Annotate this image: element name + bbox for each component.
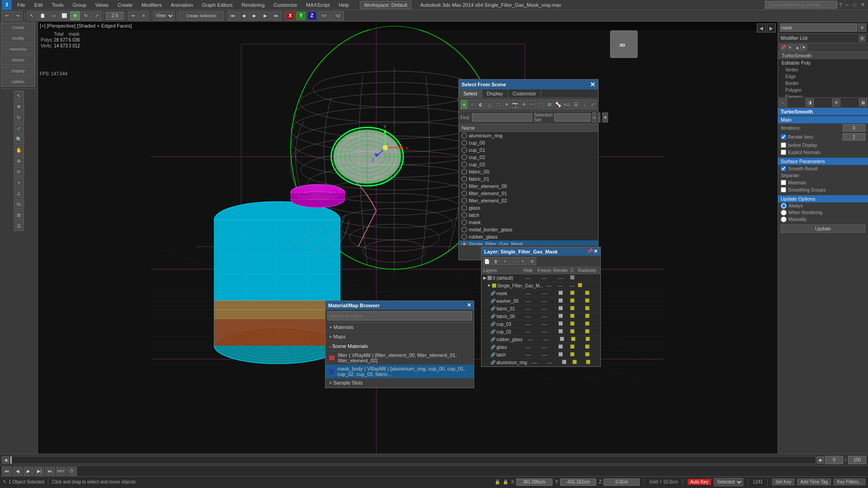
layers-list[interactable]: ▶ 0 (default) ---- ---- ---- (481, 274, 600, 366)
named-sel-tool[interactable]: ☰ (14, 221, 24, 231)
filter-all-button[interactable]: ALL (563, 99, 571, 109)
align-button[interactable]: ≡ (139, 11, 149, 20)
list-item[interactable]: latch (459, 211, 598, 219)
list-item[interactable]: cup_01 (459, 146, 598, 154)
filter-bones-button[interactable]: 🦴 (554, 99, 562, 109)
clear-search-button[interactable]: ✕ (858, 23, 866, 32)
smoothing-groups-checkbox[interactable] (781, 187, 786, 192)
select-tab[interactable]: Select (459, 89, 482, 98)
play-button[interactable]: ▶ (250, 11, 259, 20)
arc-rotate-tool[interactable]: ⟳ (14, 167, 24, 177)
render-iters-input[interactable] (843, 133, 865, 141)
layer-item[interactable]: 🔗 aluminium_ring ---- ---- (481, 359, 600, 366)
play-animation-button[interactable]: ▶ (24, 467, 33, 476)
always-radio[interactable] (781, 203, 787, 209)
modifier-sub-element[interactable]: Element (778, 94, 868, 98)
percent-input[interactable] (106, 12, 124, 20)
move-up-button[interactable]: ▲ (794, 44, 801, 51)
add-to-layer-button[interactable]: + (501, 257, 509, 265)
filter-helpers-button[interactable]: ✛ (520, 99, 528, 109)
workspace-selector[interactable]: Workspace: Default (360, 1, 411, 9)
viewport[interactable]: [+] [Perspective] [Shaded + Edged Faces]… (38, 22, 778, 454)
modifier-search-input[interactable] (780, 23, 857, 32)
list-item[interactable]: cup_00 (459, 139, 598, 146)
x-axis-button[interactable]: X (285, 11, 295, 20)
layer-item[interactable]: 🔗 mask ---- ---- (481, 290, 600, 297)
sel-all-button[interactable]: ● (460, 99, 468, 109)
percent-snap-tool[interactable]: % (14, 199, 24, 209)
filter-cameras-button[interactable]: 📷 (512, 99, 519, 109)
timeline-scroll-left[interactable]: ◀ (2, 456, 9, 464)
pan-tool[interactable]: ✋ (14, 145, 24, 155)
menu-graph-editors[interactable]: Graph Editors (200, 1, 235, 9)
key-filters-button[interactable]: Key Filters... (834, 479, 865, 485)
list-item[interactable]: filter_element_01 (459, 190, 598, 197)
keyword-search[interactable] (765, 1, 837, 9)
close-icon[interactable]: ✕ (859, 2, 866, 8)
maximize-icon[interactable]: □ (852, 2, 858, 8)
sel-set-expand-button[interactable]: ▼ (602, 113, 608, 122)
nav-left-button[interactable]: ◀ (757, 23, 766, 33)
smooth-result-checkbox[interactable] (781, 166, 786, 171)
list-icon-button[interactable]: ☰ (572, 99, 580, 109)
layer-item[interactable]: 🔗 cup_03 ---- ---- (481, 320, 600, 328)
mat-search-input[interactable] (327, 311, 472, 320)
filter-space-warps-button[interactable]: 〰 (529, 99, 537, 109)
create-selection-button[interactable]: Create Selection (179, 11, 224, 20)
list-item[interactable]: cup_02 (459, 154, 598, 161)
list-item[interactable]: glass (459, 204, 598, 211)
layer-item[interactable]: 🔗 washer_00 ---- ---- (481, 297, 600, 305)
jump-end-button[interactable]: ⏭ (271, 11, 281, 20)
menu-animation[interactable]: Animation (169, 1, 195, 9)
y-axis-button[interactable]: Y (296, 11, 306, 20)
when-rendering-radio[interactable] (781, 210, 787, 216)
list-item[interactable]: cup_03 (459, 161, 598, 168)
select-window-button[interactable]: ⬜ (59, 11, 69, 20)
menu-views[interactable]: Views (94, 1, 110, 9)
materials-checkbox[interactable] (781, 180, 786, 185)
move-tool[interactable]: ✥ (14, 102, 24, 112)
scale-button[interactable]: ⤢ (92, 11, 102, 20)
materials-section[interactable]: + Materials (326, 323, 474, 332)
customize-tab[interactable]: Customize (508, 89, 541, 98)
create-tab[interactable]: Create (1, 23, 35, 33)
find-input[interactable] (472, 113, 532, 122)
layer-item[interactable]: 🔗 glass ---- ---- (481, 343, 600, 351)
menu-edit[interactable]: Edit (33, 1, 45, 9)
menu-tools[interactable]: Tools (50, 1, 66, 9)
selection-set-input[interactable] (554, 113, 590, 122)
jump-to-end-button[interactable]: ⏭ (45, 467, 55, 476)
undo-button[interactable]: ↩ (2, 11, 12, 20)
sel-set-minus-button[interactable]: - (598, 113, 601, 122)
snap-tool[interactable]: ⌖ (14, 178, 24, 188)
layer-item[interactable]: 🔗 fabric_01 ---- ---- (481, 305, 600, 313)
menu-file[interactable]: File (15, 1, 27, 9)
modify-tab[interactable]: Modify (1, 33, 35, 43)
orbit-tool[interactable]: ⊕ (14, 156, 24, 166)
prev-frame-button[interactable]: ◀ (239, 11, 249, 20)
main-rollout-header[interactable]: Main (778, 116, 868, 123)
select-objects-button[interactable]: ↖ (519, 257, 527, 265)
manually-radio[interactable] (781, 216, 787, 222)
select-by-name-button[interactable]: 📋 (38, 11, 47, 20)
nav-right-button[interactable]: ▶ (767, 23, 776, 33)
filter-material-item[interactable]: filter ( VRayMtl ) [filter_element_00, f… (326, 351, 474, 365)
y-coord-input[interactable] (560, 479, 596, 486)
redo-button[interactable]: ↪ (13, 11, 23, 20)
view-dropdown[interactable]: View (153, 11, 175, 20)
prev-frame-button[interactable]: ◀ (13, 467, 23, 476)
add-time-tag-button[interactable]: Add Time Tag (797, 479, 831, 485)
mat-browser-close[interactable]: ✕ (467, 302, 471, 308)
menu-help[interactable]: Help (337, 1, 351, 9)
select-object-button[interactable]: ↖ (27, 11, 37, 20)
jump-to-start-button[interactable]: ⏮ (2, 467, 12, 476)
menu-rendering[interactable]: Rendering (240, 1, 267, 9)
timeline-slider[interactable] (10, 456, 816, 464)
utilities-tab[interactable]: Utilities (1, 77, 35, 87)
key-mode-button[interactable]: KEY (56, 467, 66, 476)
minimize-icon[interactable]: ─ (844, 2, 850, 8)
filter-shapes-button[interactable]: □ (495, 99, 502, 109)
filter-xrefs-button[interactable]: ⊞ (546, 99, 553, 109)
layer-item[interactable]: 🔗 fabric_00 ---- ---- (481, 313, 600, 320)
display-tab[interactable]: Display (1, 66, 35, 76)
